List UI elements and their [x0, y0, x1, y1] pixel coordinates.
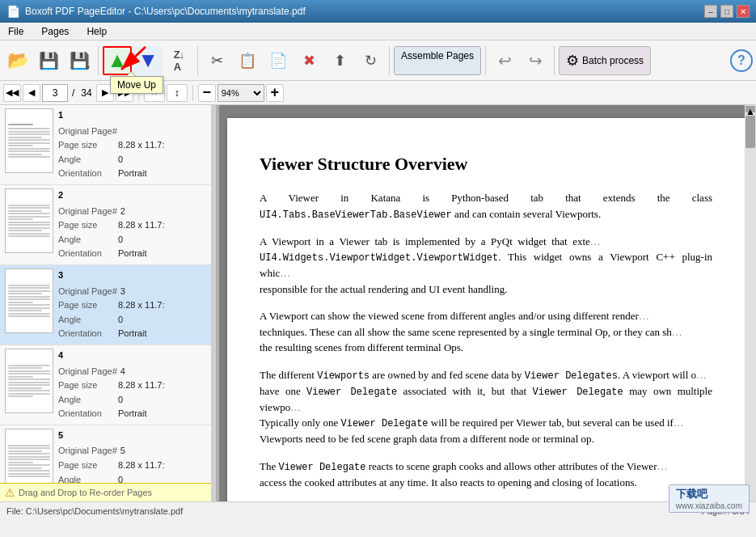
- save-icon: 💾: [39, 51, 59, 70]
- zoom-in-icon: +: [270, 84, 279, 101]
- page-info-2: 2 Original Page#2 Page size8.28 x 11.7: …: [58, 188, 206, 261]
- first-page-button[interactable]: ◀◀: [3, 84, 21, 102]
- help-button[interactable]: ?: [730, 49, 753, 72]
- cut-icon: ✂: [211, 52, 223, 70]
- title-bar-controls[interactable]: – □ ✕: [704, 5, 750, 18]
- page-num-4: 4: [58, 349, 206, 363]
- toolbar: 📂 💾 💾 ▾ ▲ ▼ Z↓A ✂ 📋 📄 ✖ ⬆ ↻: [0, 40, 756, 81]
- undo-button[interactable]: ↩: [490, 46, 519, 75]
- move-down-icon: ▼: [137, 48, 158, 73]
- zoom-select[interactable]: 94% 50% 75% 100% 125% 150%: [218, 84, 264, 102]
- batch-process-button[interactable]: ⚙ Batch process: [559, 46, 651, 75]
- page-num-2: 2: [58, 188, 206, 203]
- footer-drag-text: Drag and Drop to Re-order Pages: [19, 488, 152, 497]
- menu-bar: File Pages Help: [0, 23, 756, 40]
- prev-page-button[interactable]: ◀: [23, 84, 40, 102]
- page-thumb-2: [5, 188, 53, 253]
- page-number-input[interactable]: [42, 84, 68, 102]
- move-down-button[interactable]: ▼: [133, 46, 163, 75]
- page-info-1: 1 Original Page# Page size8.28 x 11.7: A…: [58, 108, 206, 181]
- move-up-tooltip: Move Up: [110, 76, 163, 94]
- extract-button[interactable]: ⬆: [325, 46, 354, 75]
- left-panel-footer: ⚠ Drag and Drop to Re-order Pages: [0, 483, 211, 501]
- scrollbar-thumb[interactable]: [745, 116, 755, 148]
- maximize-button[interactable]: □: [720, 5, 733, 18]
- page-thumb-3: [5, 268, 53, 333]
- close-button[interactable]: ✕: [737, 5, 750, 18]
- zoom-in-button[interactable]: +: [266, 84, 284, 102]
- menu-pages[interactable]: Pages: [36, 24, 74, 39]
- sort-icon: Z↓A: [174, 49, 184, 73]
- right-panel[interactable]: Viewer Structure Overview A Viewer in Ka…: [216, 105, 756, 501]
- open-icon: 📂: [7, 50, 29, 71]
- status-left: File: C:\Users\pc\Documents\mytranslate.…: [6, 506, 183, 516]
- pdf-para-5: The Viewer Delegate reacts to scene grap…: [260, 459, 712, 491]
- open-button[interactable]: 📂: [3, 46, 32, 75]
- total-pages: 34: [78, 87, 94, 99]
- title-bar: 📄 Boxoft PDF PageEditor - C:\Users\pc\Do…: [0, 0, 756, 23]
- main-area: 1 Original Page# Page size8.28 x 11.7: A…: [0, 105, 756, 501]
- pdf-para-1: A Viewer in Katana is Python-based tab t…: [260, 190, 712, 222]
- menu-help[interactable]: Help: [82, 24, 112, 39]
- tooltip-arrow-inner: [127, 72, 135, 76]
- page-item-2[interactable]: 2 Original Page#2 Page size8.28 x 11.7: …: [0, 185, 211, 265]
- page-thumb-4: [5, 349, 53, 413]
- pdf-para-3: A Viewport can show the viewed scene fro…: [260, 308, 712, 356]
- status-bar: File: C:\Users\pc\Documents\mytranslate.…: [0, 501, 756, 519]
- minimize-button[interactable]: –: [704, 5, 717, 18]
- batch-process-icon: ⚙: [566, 52, 579, 70]
- nav-sep-2: [192, 85, 193, 101]
- copy-icon: 📋: [239, 52, 256, 70]
- assemble-pages-label: Assemble Pages: [401, 50, 474, 61]
- first-page-icon: ◀◀: [6, 87, 19, 98]
- page-info-3: 3 Original Page#3 Page size8.28 x 11.7: …: [58, 268, 206, 341]
- app-title: Boxoft PDF PageEditor - C:\Users\pc\Docu…: [25, 6, 306, 17]
- extract-icon: ⬆: [334, 52, 346, 70]
- page-item-3[interactable]: 3 Original Page#3 Page size8.28 x 11.7: …: [0, 265, 211, 345]
- watermark-text: 下载吧: [676, 487, 742, 501]
- scrollbar-thumb-top-arrow[interactable]: ▲: [745, 106, 755, 112]
- sort-button[interactable]: Z↓A: [164, 46, 193, 75]
- page-thumb-1: [5, 108, 53, 173]
- page-separator: /: [70, 87, 77, 99]
- zoom-out-icon: −: [202, 84, 211, 101]
- delete-icon: ✖: [303, 52, 315, 70]
- title-bar-left: 📄 Boxoft PDF PageEditor - C:\Users\pc\Do…: [6, 5, 306, 18]
- scrollbar-track[interactable]: [216, 105, 219, 501]
- rotate-icon: ↻: [365, 52, 377, 70]
- paste-button[interactable]: 📄: [264, 46, 293, 75]
- sep-3: [389, 46, 390, 75]
- redo-icon: ↪: [529, 51, 543, 70]
- cut-button[interactable]: ✂: [202, 46, 231, 75]
- batch-process-label: Batch process: [582, 55, 644, 66]
- copy-button[interactable]: 📋: [233, 46, 262, 75]
- menu-file[interactable]: File: [3, 24, 28, 39]
- page-num-1: 1: [58, 108, 206, 123]
- pdf-page: Viewer Structure Overview A Viewer in Ka…: [227, 118, 745, 501]
- zoom-out-button[interactable]: −: [198, 84, 216, 102]
- next-page-icon: ▶: [102, 87, 108, 98]
- page-item-4[interactable]: 4 Original Page#4 Page size8.28 x 11.7: …: [0, 345, 211, 425]
- save-button[interactable]: 💾: [34, 46, 63, 75]
- assemble-pages-button[interactable]: Assemble Pages: [394, 46, 481, 75]
- sep-1: [98, 46, 99, 75]
- paste-icon: 📄: [269, 52, 287, 70]
- undo-icon: ↩: [498, 51, 512, 70]
- app-icon: 📄: [6, 5, 20, 18]
- page-info-4: 4 Original Page#4 Page size8.28 x 11.7: …: [58, 349, 206, 421]
- rotate-button[interactable]: ↻: [356, 46, 385, 75]
- warning-icon: ⚠: [5, 486, 15, 499]
- watermark-url: www.xiazaiba.com: [676, 501, 742, 510]
- redo-button[interactable]: ↪: [521, 46, 550, 75]
- save-as-button[interactable]: 💾 ▾: [65, 46, 94, 75]
- help-icon: ?: [737, 53, 745, 68]
- delete-button[interactable]: ✖: [294, 46, 323, 75]
- left-panel: 1 Original Page# Page size8.28 x 11.7: A…: [0, 105, 212, 501]
- page-item-1[interactable]: 1 Original Page# Page size8.28 x 11.7: A…: [0, 105, 211, 185]
- fit-height-button[interactable]: ↕: [167, 84, 188, 102]
- prev-page-icon: ◀: [28, 87, 35, 98]
- right-scrollbar[interactable]: ▲: [745, 105, 756, 501]
- pdf-title: Viewer Structure Overview: [260, 150, 712, 177]
- sep-4: [485, 46, 486, 75]
- move-up-icon: ▲: [107, 48, 128, 73]
